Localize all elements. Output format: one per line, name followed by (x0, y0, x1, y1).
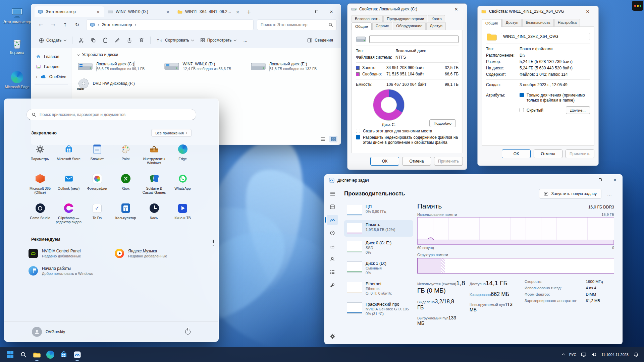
compress-checkbox[interactable] (356, 129, 360, 133)
nav-startup-apps[interactable] (327, 241, 338, 251)
sidebar-item-gallery[interactable]: Галерея (33, 62, 69, 72)
sort-button[interactable]: ↑↓ Сортировать (154, 35, 197, 46)
volume-tray-button[interactable] (589, 349, 598, 361)
desktop-icon-edge[interactable]: Microsoft Edge (3, 71, 32, 89)
forward-button[interactable]: → (47, 19, 59, 30)
taskbar-store-button[interactable] (57, 348, 70, 361)
expand-chevron-icon[interactable]: › (36, 74, 38, 79)
app-tile-edge[interactable]: Edge (168, 141, 197, 169)
start-button[interactable] (3, 348, 17, 361)
app-tile-settings[interactable]: Параметры (26, 141, 54, 169)
taskbar-edge-button[interactable] (44, 348, 57, 361)
drive-tile-d[interactable]: WIN7_WIN10 (D:) 12,4 ГБ свободно из 56,3… (164, 61, 241, 72)
app-tile-outlook[interactable]: Outlook (new) (54, 170, 83, 198)
recommended-item-yandex-music[interactable]: Яндекс.Музыка Недавно добавленные (111, 246, 198, 260)
more-options-button[interactable]: … (240, 35, 251, 46)
app-tile-whatsapp[interactable]: WhatsApp (168, 170, 197, 198)
cancel-button[interactable]: Отмена (402, 157, 431, 166)
perf-item-ethernet[interactable]: Ethernet Ethernet О: 0 П: 0 кбит/с (344, 279, 413, 298)
minimize-button[interactable]: – (294, 6, 309, 16)
drive-tile-dvd[interactable]: DVD DVD RW дисковод (F:) (77, 78, 155, 89)
index-checkbox[interactable]: ⌄ (356, 135, 360, 139)
explorer-search-input[interactable] (261, 22, 326, 27)
tab-tools[interactable]: Сервис (372, 22, 392, 30)
up-button[interactable]: ↑ (59, 19, 71, 30)
cancel-button[interactable]: Отмена (534, 149, 562, 158)
new-tab-button[interactable]: + (244, 7, 254, 17)
pager-dot[interactable] (213, 245, 214, 246)
apply-button[interactable]: Применить (434, 157, 463, 166)
app-tile-notepad[interactable]: Блокнот (83, 141, 111, 169)
close-button[interactable]: × (607, 175, 622, 185)
readonly-checkbox[interactable] (520, 93, 524, 97)
taskbar-search-button[interactable] (17, 348, 30, 361)
cut-button[interactable] (75, 35, 87, 46)
memory-composition-bar[interactable] (417, 258, 614, 274)
details-pane-button[interactable]: Сведения (304, 35, 336, 46)
pinned-pager[interactable] (213, 240, 214, 246)
tab-security[interactable]: Безопасность (522, 19, 553, 26)
perf-item-cpu[interactable]: ЦП 0% 0,80 ГГц (344, 202, 413, 219)
tab-quota[interactable]: Квота (428, 15, 445, 22)
tab-customize[interactable]: Настройка (554, 19, 580, 26)
app-tile-microsoft-365[interactable]: Microsoft 365 (Office) (26, 170, 54, 198)
tab-close-icon[interactable]: × (165, 9, 171, 14)
nav-details[interactable] (327, 267, 338, 277)
taskbar-task-manager-button[interactable] (70, 348, 84, 361)
app-tile-clipchamp[interactable]: Clipchamp — редактор видео (54, 200, 83, 228)
start-search-box[interactable] (26, 109, 196, 120)
minimize-button[interactable]: – (578, 175, 593, 185)
folder-name-input[interactable] (501, 33, 590, 40)
drive-tile-e[interactable]: Локальный диск (E:) 51,8 ГБ свободно из … (251, 61, 328, 72)
all-apps-button[interactable]: Все приложения › (151, 129, 192, 137)
nav-processes[interactable] (327, 202, 338, 212)
app-tile-store[interactable]: Microsoft Store (54, 141, 83, 169)
view-button[interactable]: Просмотреть (197, 35, 239, 46)
more-options-button[interactable]: … (605, 191, 614, 196)
run-new-task-button[interactable]: Запустить новую задачу (539, 189, 601, 199)
delete-button[interactable] (136, 35, 147, 46)
hidden-icons-button[interactable] (560, 349, 567, 361)
pager-dot[interactable] (213, 240, 214, 243)
power-button[interactable] (181, 326, 194, 338)
explorer-tab-d-drive[interactable]: WIN7_WIN10 (D:) × (104, 6, 174, 17)
tab-sharing[interactable]: Доступ (502, 19, 522, 26)
ok-button[interactable]: ОК (370, 157, 399, 166)
app-tile-paint[interactable]: Paint (111, 141, 140, 169)
app-tile-clock[interactable]: Часы (140, 200, 168, 228)
network-tray-button[interactable] (579, 349, 588, 361)
tiles-view-button[interactable] (329, 136, 337, 142)
address-bar[interactable]: › Этот компьютер › (86, 19, 254, 30)
perf-item-disk1[interactable]: Диск 1 (D:) Сменный 0% (344, 259, 413, 278)
nav-services[interactable] (327, 280, 338, 290)
close-button[interactable]: × (324, 6, 339, 16)
explorer-tab-this-pc[interactable]: Этот компьютер × (35, 6, 104, 17)
nav-menu-button[interactable] (327, 189, 338, 199)
close-icon[interactable]: × (581, 7, 595, 16)
recommended-item-get-started[interactable]: Начало работы Добро пожаловать в Windows (25, 264, 111, 278)
nav-settings[interactable] (327, 331, 338, 341)
start-search-input[interactable] (40, 112, 191, 117)
breadcrumb[interactable]: Этот компьютер (102, 22, 132, 27)
language-indicator[interactable]: РУС (567, 349, 578, 361)
volume-label-input[interactable] (369, 36, 459, 43)
tab-sharing[interactable]: Доступ (426, 22, 445, 30)
app-tile-photos[interactable]: Фотографии (83, 170, 111, 198)
other-attributes-button[interactable]: Другие... (566, 106, 590, 114)
explorer-tab-win11-folder[interactable]: WIN11_X64_4IN1_06.2023 × (174, 6, 244, 17)
nav-performance[interactable] (327, 215, 338, 225)
maximize-button[interactable] (309, 6, 324, 16)
tab-hardware[interactable]: Оборудование (393, 22, 426, 30)
app-tile-solitaire[interactable]: Solitaire & Casual Games (140, 170, 168, 198)
perf-item-gpu[interactable]: Графический про NVIDIA GeForce GTX 105 0… (344, 300, 413, 318)
sidebar-item-home[interactable]: Главная (33, 52, 69, 62)
notification-center-button[interactable] (632, 349, 641, 361)
tab-security[interactable]: Безопасность (352, 15, 383, 22)
app-tile-xbox[interactable]: Xbox (111, 170, 140, 198)
perf-item-memory[interactable]: Память 1,9/15,9 ГБ (12%) (344, 220, 413, 237)
refresh-button[interactable]: ↻ (71, 19, 83, 30)
share-button[interactable] (124, 35, 135, 46)
maximize-button[interactable] (593, 175, 607, 185)
user-profile-button[interactable]: OVGorskiy (29, 325, 68, 339)
explorer-search-box[interactable] (257, 19, 337, 30)
